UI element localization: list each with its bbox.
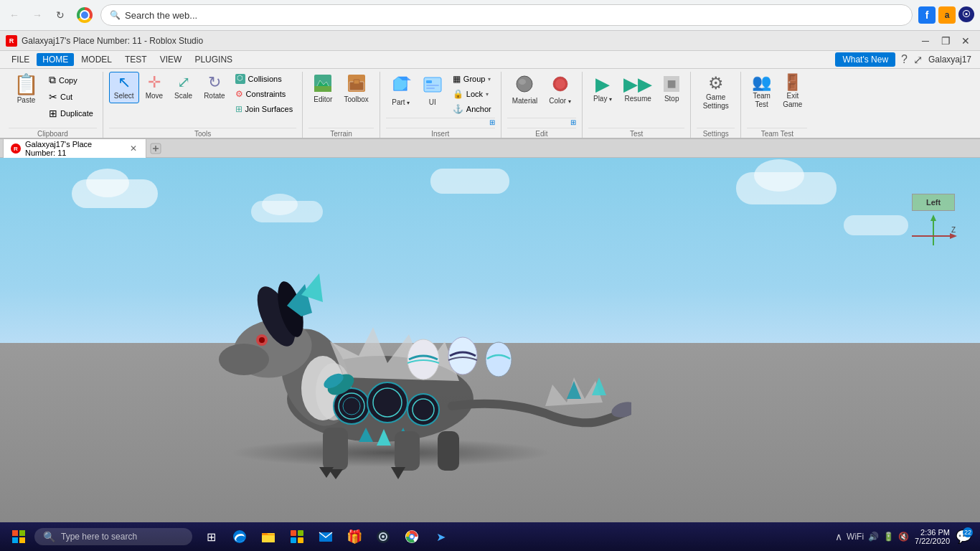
scale-button[interactable]: ⤢ Scale bbox=[169, 72, 197, 103]
rotate-button[interactable]: ↻ Rotate bbox=[199, 72, 230, 103]
edit-expand[interactable]: ⊞ bbox=[507, 118, 576, 126]
menu-home[interactable]: HOME bbox=[37, 53, 74, 66]
file-explorer-icon[interactable] bbox=[255, 524, 281, 550]
menu-model[interactable]: MODEL bbox=[75, 53, 118, 66]
menu-plugins[interactable]: PLUGINS bbox=[189, 53, 238, 66]
toolbox-button[interactable]: Toolbox bbox=[339, 72, 373, 107]
rotate-icon: ↻ bbox=[208, 75, 221, 90]
join-surfaces-button[interactable]: ⊞ Join Surfaces bbox=[232, 102, 297, 116]
team-test-group: 👥 TeamTest 🚪 ExitGame Team Test bbox=[741, 72, 813, 138]
steam-icon[interactable] bbox=[370, 524, 396, 550]
group-button[interactable]: ▦ Group ▾ bbox=[449, 72, 495, 86]
close-button[interactable]: ✕ bbox=[957, 34, 974, 48]
menu-file[interactable]: FILE bbox=[6, 53, 35, 66]
settings-items: ⚙ GameSettings bbox=[698, 72, 734, 126]
store-svg bbox=[290, 529, 304, 544]
address-bar[interactable]: 🔍 Search the web... bbox=[100, 4, 913, 26]
join-surfaces-icon: ⊞ bbox=[235, 104, 242, 114]
terrain-items: Editor Toolbox bbox=[308, 72, 374, 126]
whats-new-button[interactable]: What's New bbox=[835, 52, 895, 67]
svg-rect-71 bbox=[291, 530, 296, 536]
resume-label: Resume bbox=[625, 95, 651, 103]
facebook-ext-icon[interactable]: f bbox=[918, 6, 936, 24]
game-settings-icon: ⚙ bbox=[708, 75, 724, 92]
svg-rect-12 bbox=[426, 88, 435, 89]
notification-badge: 22 bbox=[963, 527, 973, 537]
viewport-area[interactable]: Left Z bbox=[0, 158, 980, 528]
game-settings-label: GameSettings bbox=[703, 93, 729, 110]
toolbox-icon bbox=[348, 75, 365, 94]
new-tab-icon bbox=[149, 142, 162, 155]
taskbar-other-icon[interactable]: ➤ bbox=[428, 524, 453, 550]
move-button[interactable]: ✛ Move bbox=[141, 72, 168, 103]
copy-button[interactable]: ⧉ Copy bbox=[45, 72, 97, 88]
stop-label: Stop bbox=[664, 95, 679, 103]
insert-small-col: ▦ Group ▾ 🔒 Lock ▾ ⚓ Anchor bbox=[449, 72, 495, 116]
share-icon[interactable]: ⤢ bbox=[913, 53, 923, 67]
tools-items: ↖ Select ✛ Move ⤢ Scale ↻ Rotate bbox=[109, 72, 296, 126]
play-icon: ▶ bbox=[595, 75, 610, 93]
network-icon[interactable]: WiFi bbox=[847, 532, 864, 542]
editor-button[interactable]: Editor bbox=[308, 72, 337, 107]
minimize-button[interactable]: ─ bbox=[917, 34, 934, 48]
back-button[interactable]: ← bbox=[6, 6, 23, 24]
ui-label: UI bbox=[429, 98, 436, 107]
duplicate-button[interactable]: ⊞ Duplicate bbox=[45, 105, 97, 121]
exit-game-button[interactable]: 🚪 ExitGame bbox=[778, 72, 807, 112]
chrome-taskbar-icon[interactable] bbox=[399, 524, 425, 550]
anchor-button[interactable]: ⚓ Anchor bbox=[449, 102, 495, 116]
notification-button[interactable]: 💬 22 bbox=[956, 529, 971, 545]
taskbar-pinned-icons: ⊞ bbox=[198, 524, 453, 550]
ms-store-icon[interactable] bbox=[284, 524, 310, 550]
window-title-area: R Galaxyaj17's Place Number: 11 - Roblox… bbox=[6, 35, 203, 47]
amazon-ext-icon[interactable]: a bbox=[938, 6, 956, 24]
mail-icon[interactable] bbox=[313, 524, 339, 550]
maximize-button[interactable]: ❐ bbox=[937, 34, 954, 48]
anchor-icon: ⚓ bbox=[453, 104, 463, 114]
copy-icon: ⧉ bbox=[49, 74, 56, 86]
paste-button[interactable]: 📋 Paste bbox=[9, 72, 44, 108]
part-button[interactable]: Part ▾ bbox=[386, 72, 416, 110]
start-button[interactable] bbox=[3, 525, 34, 548]
material-button[interactable]: Material bbox=[507, 72, 543, 108]
taskbar-search[interactable]: 🔍 Type here to search bbox=[34, 528, 192, 545]
ui-icon bbox=[423, 75, 443, 97]
game-settings-button[interactable]: ⚙ GameSettings bbox=[698, 72, 734, 113]
color-button[interactable]: Color ▾ bbox=[544, 72, 576, 108]
tab-close-button[interactable]: ✕ bbox=[130, 143, 137, 154]
task-view-icon[interactable]: ⊞ bbox=[198, 524, 224, 550]
user-name[interactable]: Galaxyaj17 bbox=[928, 55, 971, 65]
cut-button[interactable]: ✂ Cut bbox=[45, 89, 97, 105]
team-test-button[interactable]: 👥 TeamTest bbox=[747, 72, 776, 112]
exit-game-icon: 🚪 bbox=[783, 75, 802, 90]
xbox-icon[interactable]: 🎁 bbox=[341, 524, 367, 550]
constraints-button[interactable]: ⚙ Constraints bbox=[232, 87, 297, 101]
menu-view[interactable]: VIEW bbox=[154, 53, 188, 66]
resume-button[interactable]: ▶▶ Resume bbox=[618, 72, 657, 106]
lock-button[interactable]: 🔒 Lock ▾ bbox=[449, 87, 495, 101]
play-button[interactable]: ▶ Play ▾ bbox=[588, 72, 617, 106]
help-icon[interactable]: ? bbox=[901, 53, 908, 66]
volume-icon[interactable]: 🔊 bbox=[868, 532, 879, 542]
taskbar-clock[interactable]: 2:36 PM 7/22/2020 bbox=[915, 528, 950, 545]
select-button[interactable]: ↖ Select bbox=[109, 72, 139, 103]
viewport-scene[interactable]: Left Z bbox=[0, 158, 980, 528]
forward-button[interactable]: → bbox=[29, 6, 46, 24]
join-surfaces-label: Join Surfaces bbox=[245, 105, 293, 113]
ext-icon-3[interactable]: ⦿ bbox=[958, 6, 974, 22]
menu-test[interactable]: TEST bbox=[119, 53, 153, 66]
battery-icon[interactable]: 🔋 bbox=[883, 532, 894, 542]
clock-date: 7/22/2020 bbox=[915, 537, 950, 545]
ui-button[interactable]: UI bbox=[418, 72, 448, 110]
edge-icon[interactable] bbox=[227, 524, 253, 550]
insert-expand[interactable]: ⊞ bbox=[386, 118, 495, 126]
refresh-button[interactable]: ↻ bbox=[52, 6, 69, 24]
muted-icon[interactable]: 🔇 bbox=[898, 532, 909, 542]
tab-item-place[interactable]: R Galaxyaj17's Place Number: 11 ✕ bbox=[3, 136, 146, 160]
collisions-button[interactable]: ⬡ Collisions bbox=[232, 72, 297, 86]
browser-extensions: f a ⦿ bbox=[918, 6, 974, 24]
stop-button[interactable]: ■ Stop bbox=[659, 72, 684, 106]
new-tab-button[interactable] bbox=[146, 141, 165, 156]
chevron-up-icon[interactable]: ∧ bbox=[835, 531, 842, 542]
exit-game-label: ExitGame bbox=[783, 92, 802, 109]
